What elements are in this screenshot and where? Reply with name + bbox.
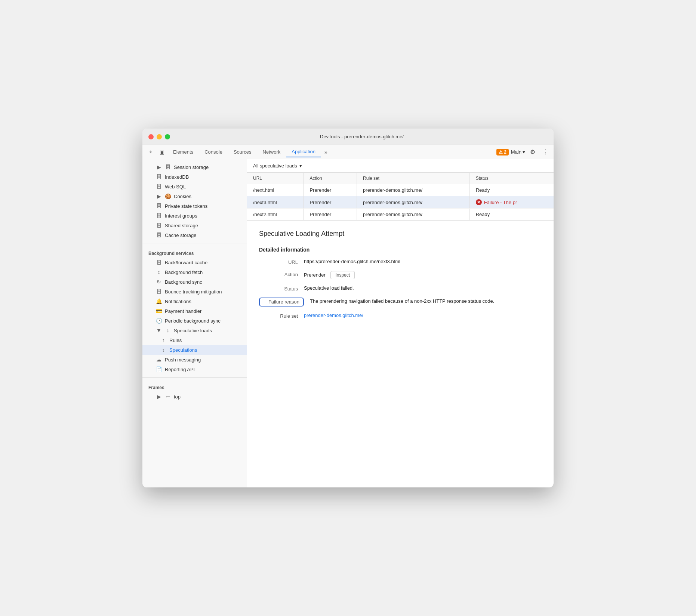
row-url: /next2.html bbox=[247, 209, 304, 221]
col-ruleset: Rule set bbox=[357, 173, 470, 184]
sidebar-label-payment-handler: Payment handler bbox=[165, 308, 201, 314]
col-action: Action bbox=[304, 173, 357, 184]
sidebar-label-back-forward-cache: Back/forward cache bbox=[165, 260, 207, 265]
title-bar: DevTools - prerender-demos.glitch.me/ bbox=[142, 129, 554, 145]
sidebar-item-cache-storage[interactable]: 🗄 Cache storage bbox=[142, 230, 247, 240]
sidebar-item-rules[interactable]: ↑ Rules bbox=[142, 335, 247, 345]
sidebar-item-interest-groups[interactable]: 🗄 Interest groups bbox=[142, 211, 247, 221]
url-value: https://prerender-demos.glitch.me/next3.… bbox=[304, 259, 542, 264]
sidebar-item-indexeddb[interactable]: 🗄 IndexedDB bbox=[142, 172, 247, 182]
main-dropdown[interactable]: Main ▾ bbox=[511, 149, 525, 155]
more-tabs-button[interactable]: » bbox=[321, 148, 330, 157]
sidebar-item-session-storage[interactable]: ▶ 🗄 Session storage bbox=[142, 162, 247, 172]
database-icon: 🗄 bbox=[156, 232, 162, 238]
url-label: URL bbox=[259, 259, 304, 265]
detail-status-row: Status Speculative load failed. bbox=[259, 285, 542, 292]
sidebar-item-back-forward-cache[interactable]: 🗄 Back/forward cache bbox=[142, 258, 247, 267]
main-content: ▶ 🗄 Session storage 🗄 IndexedDB 🗄 Web SQ… bbox=[142, 159, 554, 487]
sidebar-item-push-messaging[interactable]: ☁ Push messaging bbox=[142, 355, 247, 364]
tab-bar-right: ⚠ 2 Main ▾ ⚙ ⋮ bbox=[496, 147, 551, 157]
tab-elements[interactable]: Elements bbox=[168, 147, 198, 157]
table-row[interactable]: /next.html Prerender prerender-demos.gli… bbox=[247, 184, 554, 196]
sidebar-label-rules: Rules bbox=[169, 338, 182, 343]
sidebar-item-shared-storage[interactable]: 🗄 Shared storage bbox=[142, 221, 247, 230]
sidebar-item-background-sync[interactable]: ↻ Background sync bbox=[142, 277, 247, 287]
sidebar-item-cookies[interactable]: ▶ 🍪 Cookies bbox=[142, 191, 247, 201]
sidebar-label-background-sync: Background sync bbox=[165, 279, 202, 285]
detail-ruleset-row: Rule set prerender-demos.glitch.me/ bbox=[259, 312, 542, 319]
settings-button[interactable]: ⚙ bbox=[527, 147, 538, 157]
device-icon[interactable]: ▣ bbox=[157, 147, 167, 157]
sidebar-label-cookies: Cookies bbox=[174, 194, 191, 199]
clock-icon: 🕐 bbox=[156, 318, 162, 324]
row-ruleset: prerender-demos.glitch.me/ bbox=[357, 184, 470, 196]
sidebar-item-bounce-tracking[interactable]: 🗄 Bounce tracking mitigation bbox=[142, 287, 247, 296]
payment-icon: 💳 bbox=[156, 308, 162, 314]
filter-dropdown[interactable]: All speculative loads ▾ bbox=[253, 163, 302, 169]
sidebar-item-background-fetch[interactable]: ↕ Background fetch bbox=[142, 267, 247, 277]
arrow-right-icon: ▶ bbox=[156, 394, 162, 400]
sidebar-label-notifications: Notifications bbox=[165, 299, 191, 304]
sidebar-item-payment-handler[interactable]: 💳 Payment handler bbox=[142, 306, 247, 316]
tab-sources[interactable]: Sources bbox=[228, 147, 257, 157]
sync-icon: ↻ bbox=[156, 279, 162, 285]
detail-section: Speculative Loading Attempt Detailed inf… bbox=[247, 221, 554, 334]
row-status: Ready bbox=[469, 209, 554, 221]
ruleset-link[interactable]: prerender-demos.glitch.me/ bbox=[304, 312, 542, 318]
row-ruleset: prerender-demos.glitch.me/ bbox=[357, 209, 470, 221]
alert-badge[interactable]: ⚠ 2 bbox=[496, 149, 509, 155]
row-status: Ready bbox=[469, 184, 554, 196]
inspect-button[interactable]: Inspect bbox=[330, 271, 355, 279]
cloud-icon: ☁ bbox=[156, 357, 162, 363]
maximize-button[interactable] bbox=[165, 134, 170, 139]
more-options-button[interactable]: ⋮ bbox=[540, 147, 551, 157]
failure-text: Failure - The pr bbox=[484, 200, 517, 205]
sidebar-item-speculative-loads[interactable]: ▼ ↕ Speculative loads bbox=[142, 326, 247, 335]
sidebar-label-background-fetch: Background fetch bbox=[165, 270, 203, 275]
sidebar-item-private-state-tokens[interactable]: 🗄 Private state tokens bbox=[142, 201, 247, 211]
devtools-window: DevTools - prerender-demos.glitch.me/ ⌖ … bbox=[142, 129, 554, 487]
row-ruleset: prerender-demos.glitch.me/ bbox=[357, 196, 470, 209]
failure-icon: ✕ bbox=[476, 199, 482, 205]
sidebar-label-shared-storage: Shared storage bbox=[165, 223, 198, 228]
minimize-button[interactable] bbox=[157, 134, 162, 139]
sidebar-item-reporting-api[interactable]: 📄 Reporting API bbox=[142, 364, 247, 374]
sidebar-label-session-storage: Session storage bbox=[174, 164, 209, 170]
document-icon: 📄 bbox=[156, 366, 162, 372]
close-button[interactable] bbox=[148, 134, 154, 139]
sidebar-item-periodic-bg-sync[interactable]: 🕐 Periodic background sync bbox=[142, 316, 247, 326]
cookie-icon: 🍪 bbox=[165, 193, 171, 199]
cursor-icon[interactable]: ⌖ bbox=[145, 147, 156, 157]
tab-console[interactable]: Console bbox=[199, 147, 228, 157]
sidebar-item-speculations[interactable]: ↕ Speculations bbox=[142, 345, 247, 355]
speculative-icon: ↕ bbox=[165, 327, 171, 333]
sidebar-item-top-frame[interactable]: ▶ ▭ top bbox=[142, 392, 247, 401]
row-url: /next.html bbox=[247, 184, 304, 196]
status-label: Status bbox=[259, 285, 304, 292]
row-action: Prerender bbox=[304, 196, 357, 209]
database-icon: 🗄 bbox=[156, 289, 162, 295]
row-action: Prerender bbox=[304, 209, 357, 221]
database-icon: 🗄 bbox=[156, 174, 162, 180]
tab-bar: ⌖ ▣ Elements Console Sources Network App… bbox=[142, 145, 554, 159]
background-services-label: Background services bbox=[142, 246, 247, 258]
ruleset-label: Rule set bbox=[259, 312, 304, 319]
sidebar: ▶ 🗄 Session storage 🗄 IndexedDB 🗄 Web SQ… bbox=[142, 159, 247, 487]
frame-icon: ▭ bbox=[165, 394, 171, 400]
col-url: URL bbox=[247, 173, 304, 184]
bell-icon: 🔔 bbox=[156, 298, 162, 304]
sidebar-item-notifications[interactable]: 🔔 Notifications bbox=[142, 296, 247, 306]
table-row[interactable]: /next2.html Prerender prerender-demos.gl… bbox=[247, 209, 554, 221]
main-label: Main bbox=[511, 149, 521, 155]
tab-network[interactable]: Network bbox=[258, 147, 286, 157]
tab-application[interactable]: Application bbox=[286, 147, 321, 157]
sidebar-label-indexeddb: IndexedDB bbox=[165, 174, 189, 180]
database-icon: 🗄 bbox=[156, 259, 162, 265]
rules-icon: ↑ bbox=[160, 337, 166, 343]
table-row-selected[interactable]: /next3.html Prerender prerender-demos.gl… bbox=[247, 196, 554, 209]
detail-url-row: URL https://prerender-demos.glitch.me/ne… bbox=[259, 259, 542, 265]
sidebar-item-web-sql[interactable]: 🗄 Web SQL bbox=[142, 182, 247, 191]
right-panel: All speculative loads ▾ URL Action Rule … bbox=[247, 159, 554, 487]
sidebar-label-cache-storage: Cache storage bbox=[165, 232, 197, 238]
detail-title: Speculative Loading Attempt bbox=[259, 230, 542, 238]
